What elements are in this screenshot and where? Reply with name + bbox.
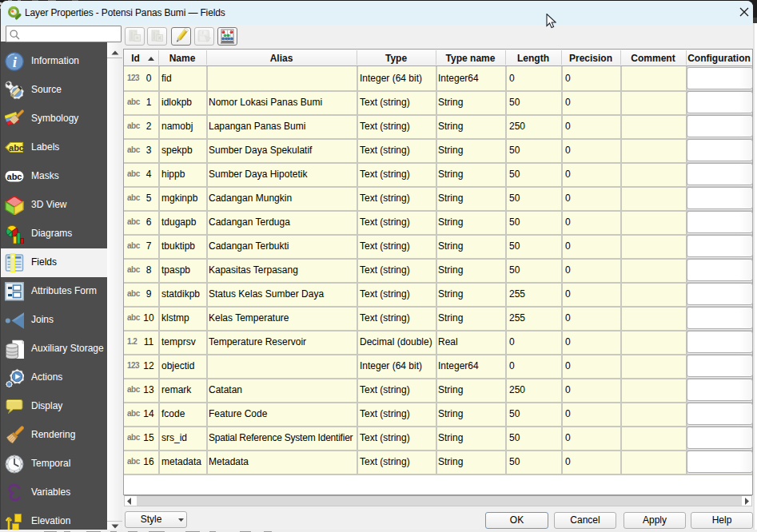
svg-text:abc: abc [7,172,22,181]
svg-text:i: i [13,54,18,70]
svg-text:abc: abc [9,143,24,153]
